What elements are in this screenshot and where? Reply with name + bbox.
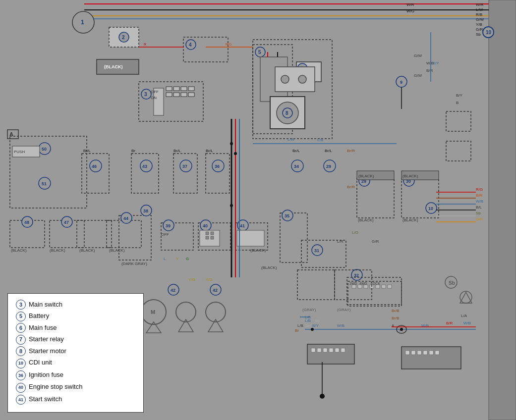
svg-rect-32 bbox=[173, 87, 179, 91]
svg-rect-178 bbox=[411, 351, 415, 355]
svg-rect-84 bbox=[173, 154, 197, 193]
legend-label-7: Starter relay bbox=[29, 334, 64, 344]
legend-num-40: 40 bbox=[16, 383, 26, 393]
svg-rect-176 bbox=[401, 347, 461, 369]
svg-rect-188 bbox=[335, 348, 339, 352]
svg-text:ON: ON bbox=[151, 96, 157, 100]
legend-num-3: 3 bbox=[16, 300, 26, 310]
svg-point-267 bbox=[320, 394, 325, 399]
legend-item-8: 8 Starter motor bbox=[16, 346, 135, 357]
svg-rect-83 bbox=[131, 154, 159, 193]
svg-text:M: M bbox=[151, 309, 155, 315]
svg-text:R/G: R/G bbox=[476, 187, 483, 192]
svg-text:42: 42 bbox=[171, 288, 175, 293]
legend-label-40: Engine stop switch bbox=[29, 382, 82, 392]
svg-text:W/B: W/B bbox=[476, 199, 483, 204]
svg-rect-173 bbox=[446, 141, 471, 161]
svg-rect-36 bbox=[188, 87, 194, 91]
svg-rect-35 bbox=[181, 87, 187, 91]
svg-rect-179 bbox=[417, 351, 421, 355]
svg-text:W/R: W/R bbox=[476, 2, 484, 7]
svg-text:B: B bbox=[456, 101, 459, 105]
svg-text:35: 35 bbox=[285, 213, 289, 218]
svg-text:W/R: W/R bbox=[406, 2, 414, 7]
legend-label-8: Starter motor bbox=[29, 346, 66, 356]
svg-point-265 bbox=[400, 328, 403, 331]
svg-text:Sb: Sb bbox=[449, 280, 455, 286]
svg-text:PUSH: PUSH bbox=[14, 150, 25, 154]
svg-text:(BLACK): (BLACK) bbox=[358, 174, 374, 178]
svg-text:B/L: B/L bbox=[476, 205, 482, 210]
svg-text:Y/B: Y/B bbox=[476, 22, 482, 27]
wiring-diagram: W/R W/G W/R L/W R/B G/W Y/B G/R Sb 10 1 … bbox=[0, 0, 516, 420]
svg-text:3: 3 bbox=[144, 92, 147, 97]
svg-point-221 bbox=[460, 291, 472, 303]
svg-point-264 bbox=[311, 328, 314, 331]
svg-text:(BLACK): (BLACK) bbox=[79, 248, 95, 253]
svg-rect-126 bbox=[206, 232, 209, 235]
svg-text:Sb: Sb bbox=[476, 211, 481, 215]
svg-text:Br/R: Br/R bbox=[347, 185, 355, 189]
svg-text:38: 38 bbox=[143, 209, 148, 213]
svg-text:W/B: W/B bbox=[463, 321, 471, 325]
svg-point-203 bbox=[234, 152, 237, 155]
svg-rect-82 bbox=[82, 154, 109, 193]
legend-label-36: Ignition fuse bbox=[29, 370, 63, 380]
svg-text:(BLACK): (BLACK) bbox=[50, 248, 65, 253]
svg-rect-244 bbox=[301, 240, 346, 267]
svg-text:Br/L: Br/L bbox=[173, 149, 181, 153]
legend-item-36: 36 Ignition fuse bbox=[16, 370, 135, 381]
svg-text:B/Y: B/Y bbox=[312, 323, 319, 328]
legend-box: 3 Main switch 5 Battery 6 Main fuse 7 St… bbox=[7, 293, 144, 413]
svg-text:B/Y: B/Y bbox=[456, 93, 463, 98]
svg-rect-177 bbox=[405, 351, 409, 355]
svg-text:(BLACK): (BLACK) bbox=[402, 218, 418, 222]
svg-text:48: 48 bbox=[24, 220, 29, 225]
svg-text:(BLACK): (BLACK) bbox=[261, 265, 277, 270]
svg-text:L/W: L/W bbox=[476, 7, 483, 12]
svg-text:B/R: B/R bbox=[426, 68, 433, 73]
svg-text:OFF: OFF bbox=[161, 232, 169, 237]
svg-text:Br/L: Br/L bbox=[292, 149, 300, 153]
svg-rect-256 bbox=[335, 270, 372, 300]
svg-rect-1 bbox=[489, 0, 516, 420]
svg-text:B/R: B/R bbox=[476, 193, 483, 198]
svg-rect-127 bbox=[211, 232, 214, 235]
svg-rect-31 bbox=[166, 87, 172, 91]
legend-item-40: 40 Engine stop switch bbox=[16, 382, 135, 393]
svg-text:L/W: L/W bbox=[287, 137, 295, 142]
svg-rect-182 bbox=[435, 351, 439, 355]
svg-text:R/B: R/B bbox=[476, 12, 482, 17]
svg-text:(BLACK): (BLACK) bbox=[358, 218, 374, 222]
legend-num-8: 8 bbox=[16, 346, 26, 356]
legend-item-3: 3 Main switch bbox=[16, 300, 135, 310]
svg-rect-129 bbox=[211, 236, 214, 239]
svg-text:Y/G: Y/G bbox=[206, 277, 213, 282]
svg-text:Y: Y bbox=[176, 257, 179, 261]
legend-num-10: 10 bbox=[16, 359, 26, 368]
legend-label-5: Battery bbox=[29, 311, 49, 321]
svg-text:34: 34 bbox=[294, 164, 299, 169]
svg-text:L/B: L/B bbox=[317, 138, 323, 142]
legend-label-3: Main switch bbox=[29, 300, 62, 310]
svg-rect-181 bbox=[429, 351, 433, 355]
svg-text:42: 42 bbox=[213, 288, 218, 293]
svg-text:(DARK GRAY): (DARK GRAY) bbox=[121, 262, 147, 266]
svg-rect-85 bbox=[206, 154, 229, 193]
svg-text:G/R: G/R bbox=[372, 239, 379, 244]
svg-text:W/G: W/G bbox=[406, 9, 414, 13]
svg-text:G/W: G/W bbox=[476, 17, 484, 22]
legend-num-6: 6 bbox=[16, 323, 26, 333]
svg-text:29: 29 bbox=[326, 164, 331, 169]
svg-rect-250 bbox=[376, 285, 380, 288]
svg-text:10: 10 bbox=[486, 30, 492, 35]
svg-rect-172 bbox=[446, 111, 471, 131]
svg-text:2: 2 bbox=[122, 35, 125, 40]
svg-text:L/B: L/B bbox=[305, 315, 311, 319]
svg-text:G/R: G/R bbox=[476, 217, 483, 221]
legend-item-10: 10 CDI unit bbox=[16, 358, 135, 368]
legend-label-41: Start switch bbox=[29, 394, 62, 404]
svg-text:(GRAY): (GRAY) bbox=[337, 308, 351, 312]
svg-point-202 bbox=[230, 204, 233, 207]
svg-text:Y/G: Y/G bbox=[188, 277, 195, 282]
